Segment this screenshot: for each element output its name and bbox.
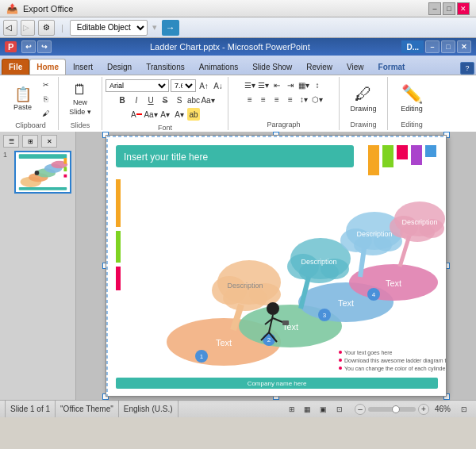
svg-text:Description: Description: [356, 230, 392, 238]
object-type-select[interactable]: Editable Object: [70, 20, 148, 36]
maximize-button[interactable]: □: [443, 2, 455, 15]
slide-view-btn2[interactable]: ⊞: [22, 135, 38, 148]
svg-rect-69: [282, 320, 289, 325]
bullets-button[interactable]: ☰▾: [244, 79, 256, 91]
forward-button[interactable]: ▷: [21, 20, 35, 36]
tab-insert[interactable]: Insert: [66, 59, 100, 75]
slides-label: Slides: [71, 120, 90, 129]
status-bar: Slide 1 of 1 "Office Theme" English (U.S…: [0, 400, 476, 417]
ribbon-close[interactable]: ✕: [457, 40, 471, 53]
ribbon-tabs: File Home Insert Design Transitions Anim…: [0, 56, 476, 75]
convert-to-smartart-button[interactable]: ⬡▾: [311, 93, 324, 106]
change-case-button[interactable]: Aa▾: [202, 94, 214, 106]
tab-format[interactable]: Format: [371, 59, 413, 75]
svg-point-75: [339, 366, 342, 370]
svg-point-71: [339, 351, 342, 354]
ribbon-maximize[interactable]: □: [441, 40, 455, 53]
font-size-select[interactable]: 7.6: [171, 79, 196, 92]
format-painter-button[interactable]: 🖌: [39, 107, 53, 120]
go-button[interactable]: →: [162, 20, 179, 36]
minimize-button[interactable]: –: [428, 2, 441, 15]
tab-slideshow[interactable]: Slide Show: [245, 59, 299, 75]
reading-view-button[interactable]: ▣: [317, 403, 331, 416]
back-button[interactable]: ◁: [3, 20, 17, 36]
font-size2-button[interactable]: A▾: [159, 108, 171, 121]
cut-button[interactable]: ✂: [39, 79, 53, 91]
tab-review[interactable]: Review: [299, 59, 340, 75]
svg-rect-18: [411, 145, 422, 165]
undo-button[interactable]: ↩: [21, 40, 36, 53]
new-slide-button[interactable]: 🗒 New Slide ▾: [66, 79, 94, 120]
line-spacing-button[interactable]: ↕▾: [298, 93, 310, 106]
align-center-button[interactable]: ≡: [257, 93, 270, 106]
zoom-in-button[interactable]: +: [418, 404, 429, 415]
tab-file[interactable]: File: [2, 59, 29, 75]
normal-view-button[interactable]: ⊞: [285, 403, 299, 416]
zoom-slider[interactable]: [368, 407, 416, 412]
slide-content-svg: Insert your title here Text: [106, 136, 447, 397]
svg-point-7: [35, 171, 40, 175]
svg-rect-19: [425, 145, 436, 157]
tab-transitions[interactable]: Transitions: [139, 59, 192, 75]
app-logo: P: [5, 41, 17, 52]
zoom-out-button[interactable]: –: [355, 404, 366, 415]
slide-panel-close[interactable]: ✕: [41, 135, 57, 148]
slide-view-btn1[interactable]: ☰: [3, 135, 19, 148]
editing-button[interactable]: ✏️ Editing: [393, 79, 431, 119]
fit-slide-button[interactable]: ⊡: [457, 403, 471, 416]
tab-design[interactable]: Design: [100, 59, 139, 75]
justify-button[interactable]: ≡: [284, 93, 297, 106]
svg-text:1: 1: [200, 353, 204, 360]
drawing-button[interactable]: 🖊 Drawing: [344, 79, 382, 119]
bold-button[interactable]: B: [116, 94, 129, 106]
align-buttons-row: ≡ ≡ ≡ ≡ ↕▾ ⬡▾: [244, 93, 324, 106]
svg-rect-20: [116, 179, 121, 227]
svg-text:Description: Description: [301, 258, 336, 266]
document-title: Ladder Chart.pptx - Microsoft PowerPoint: [58, 42, 401, 52]
decrease-font-button[interactable]: A↓: [212, 79, 225, 92]
tab-animations[interactable]: Animations: [192, 59, 245, 75]
font-size-label[interactable]: Aa▾: [144, 108, 157, 121]
align-left-button[interactable]: ≡: [244, 93, 256, 106]
zoom-thumb[interactable]: [392, 405, 400, 413]
svg-text:Text: Text: [338, 298, 354, 308]
svg-text:Text: Text: [386, 278, 401, 288]
slide-thumbnail[interactable]: [14, 151, 71, 194]
slideshow-button[interactable]: ⊡: [332, 403, 347, 416]
text-highlight-button[interactable]: ab: [187, 108, 200, 121]
numbering-button[interactable]: ☰▾: [257, 79, 270, 91]
help-button[interactable]: ?: [460, 62, 474, 75]
clipboard-buttons: 📋 Paste ✂ ⎘ 🖌: [9, 79, 53, 120]
svg-text:Company name here: Company name here: [248, 380, 307, 387]
text-direction-button[interactable]: ↕: [311, 79, 324, 91]
italic-button[interactable]: I: [130, 94, 143, 106]
copy-button[interactable]: ⎘: [39, 93, 53, 106]
slide-thumb-svg: [16, 151, 70, 194]
align-right-button[interactable]: ≡: [271, 93, 283, 106]
increase-font-button[interactable]: A↑: [198, 79, 210, 92]
increase-indent-button[interactable]: ⇥: [284, 79, 297, 91]
font-name-select[interactable]: Arial: [106, 79, 169, 92]
toolbar: ◁ ▷ ⚙ | Editable Object ▾ →: [0, 17, 476, 38]
strikethrough-button[interactable]: S: [159, 94, 171, 106]
view-icons: ⊞ ▦ ▣ ⊡: [280, 403, 351, 416]
columns-button[interactable]: ▦▾: [298, 79, 310, 91]
underline-button[interactable]: U: [144, 94, 157, 106]
slide-panel: ☰ ⊞ ✕ 1: [0, 132, 76, 400]
redo-button[interactable]: ↪: [37, 40, 52, 53]
decrease-indent-button[interactable]: ⇤: [271, 79, 283, 91]
svg-text:Text: Text: [216, 338, 232, 347]
slide-canvas[interactable]: Insert your title here Text: [106, 135, 447, 397]
ribbon-minimize[interactable]: –: [425, 40, 440, 53]
slide-sorter-button[interactable]: ▦: [301, 403, 315, 416]
settings-button[interactable]: ⚙: [38, 20, 55, 36]
font-color-button[interactable]: A: [130, 108, 143, 121]
paste-button[interactable]: 📋 Paste: [9, 79, 37, 120]
close-button[interactable]: ✕: [457, 2, 470, 15]
font-clear-button[interactable]: A▾: [173, 108, 186, 121]
tab-home[interactable]: Home: [29, 59, 66, 75]
char-spacing-button[interactable]: abc: [187, 94, 200, 106]
tab-view[interactable]: View: [340, 59, 371, 75]
zoom-area: – + 46%: [351, 404, 454, 415]
shadow-button[interactable]: S: [173, 94, 186, 106]
